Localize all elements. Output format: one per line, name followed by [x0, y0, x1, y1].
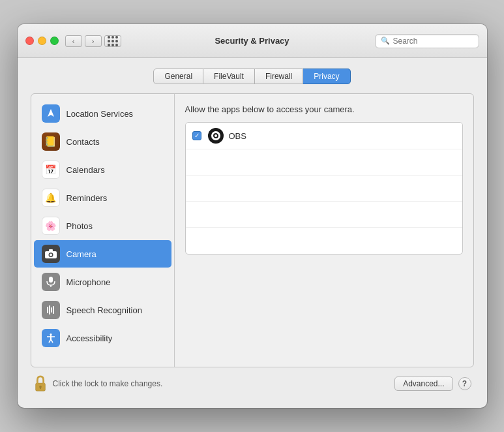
- advanced-button[interactable]: Advanced...: [394, 377, 452, 391]
- table-row-empty-3: [186, 202, 462, 228]
- sidebar-item-label: Calendars: [67, 165, 105, 175]
- help-button[interactable]: ?: [458, 377, 471, 390]
- tab-firewall[interactable]: Firewall: [255, 69, 303, 84]
- obs-app-name: OBS: [229, 131, 246, 141]
- sidebar-item-speech-recognition[interactable]: Speech Recognition: [34, 296, 171, 324]
- photos-icon: 🌸: [42, 217, 60, 235]
- lock-icon-svg: [33, 375, 48, 392]
- svg-line-14: [49, 339, 51, 343]
- app-list: ✓ OBS: [185, 122, 463, 255]
- calendars-icon: 📅: [42, 161, 60, 179]
- svg-point-3: [50, 254, 52, 256]
- sidebar-item-contacts[interactable]: 📒 Contacts: [34, 128, 171, 155]
- minimize-button[interactable]: [38, 37, 46, 45]
- sidebar-item-accessibility[interactable]: Accessibility: [34, 324, 171, 352]
- sidebar-item-label: Camera: [67, 249, 96, 259]
- sidebar-item-label: Reminders: [67, 193, 108, 203]
- sidebar-item-photos[interactable]: 🌸 Photos: [34, 212, 171, 239]
- sidebar-item-label: Photos: [67, 221, 93, 231]
- sidebar-item-label: Accessibility: [67, 333, 113, 343]
- search-icon: 🔍: [381, 37, 390, 45]
- maximize-button[interactable]: [50, 37, 59, 45]
- svg-rect-18: [40, 387, 41, 390]
- sidebar-item-microphone[interactable]: Microphone: [34, 268, 171, 296]
- sidebar-item-label: Contacts: [67, 137, 100, 147]
- right-panel: Allow the apps below to access your came…: [175, 94, 473, 367]
- tab-privacy[interactable]: Privacy: [303, 69, 350, 84]
- svg-rect-7: [47, 307, 48, 313]
- table-row-empty-4: [186, 228, 462, 254]
- close-button[interactable]: [25, 37, 34, 45]
- sidebar-item-reminders[interactable]: 🔔 Reminders: [34, 184, 171, 211]
- grid-button[interactable]: [104, 35, 121, 47]
- sidebar-item-label: Location Services: [67, 109, 134, 119]
- svg-rect-9: [51, 307, 52, 313]
- camera-icon: [42, 245, 60, 263]
- sidebar-item-calendars[interactable]: 📅 Calendars: [34, 156, 171, 183]
- bottom-bar: Click the lock to make changes. Advanced…: [31, 367, 474, 395]
- sidebar-item-label: Microphone: [67, 277, 111, 287]
- obs-checkbox[interactable]: ✓: [192, 131, 201, 140]
- sidebar-item-location[interactable]: Location Services: [34, 100, 171, 127]
- checkmark-icon: ✓: [194, 132, 200, 139]
- tab-general[interactable]: General: [153, 69, 203, 84]
- svg-rect-8: [49, 305, 50, 315]
- table-row: ✓ OBS: [186, 123, 462, 149]
- main-panel: Location Services 📒 Contacts 📅 Calendars: [31, 93, 474, 367]
- sidebar-item-label: Speech Recognition: [67, 305, 142, 315]
- svg-point-11: [50, 333, 52, 335]
- table-row-empty-2: [186, 176, 462, 202]
- speech-recognition-icon: [42, 301, 60, 319]
- window-title: Security & Privacy: [215, 36, 289, 46]
- back-button[interactable]: ‹: [65, 35, 82, 47]
- svg-line-15: [51, 339, 53, 343]
- tab-filevault[interactable]: FileVault: [203, 69, 255, 84]
- sidebar-item-camera[interactable]: Camera: [34, 240, 171, 268]
- panel-description: Allow the apps below to access your came…: [185, 104, 463, 114]
- search-box[interactable]: 🔍: [375, 34, 479, 48]
- accessibility-icon: [42, 329, 60, 347]
- microphone-icon: [42, 273, 60, 291]
- location-icon: [42, 104, 60, 123]
- sidebar: Location Services 📒 Contacts 📅 Calendars: [31, 94, 175, 367]
- table-row-empty-1: [186, 149, 462, 176]
- forward-button[interactable]: ›: [85, 35, 102, 47]
- svg-rect-5: [49, 277, 53, 283]
- reminders-icon: 🔔: [42, 189, 60, 207]
- traffic-lights: [25, 37, 59, 45]
- svg-rect-4: [49, 249, 53, 251]
- search-input[interactable]: [393, 37, 473, 46]
- nav-buttons: ‹ ›: [65, 35, 102, 47]
- lock-text: Click the lock to make changes.: [53, 379, 163, 388]
- svg-rect-10: [53, 306, 54, 314]
- main-window: ‹ › Security & Privacy 🔍 General FileVau…: [18, 24, 487, 408]
- contacts-icon: 📒: [42, 132, 60, 151]
- content-area: General FileVault Firewall Privacy Locat…: [18, 58, 487, 408]
- tabs: General FileVault Firewall Privacy: [31, 69, 474, 84]
- lock-button[interactable]: Click the lock to make changes.: [33, 375, 163, 392]
- obs-icon: [208, 128, 224, 144]
- titlebar: ‹ › Security & Privacy 🔍: [18, 24, 487, 58]
- svg-marker-0: [48, 109, 54, 117]
- bottom-right: Advanced... ?: [394, 377, 471, 391]
